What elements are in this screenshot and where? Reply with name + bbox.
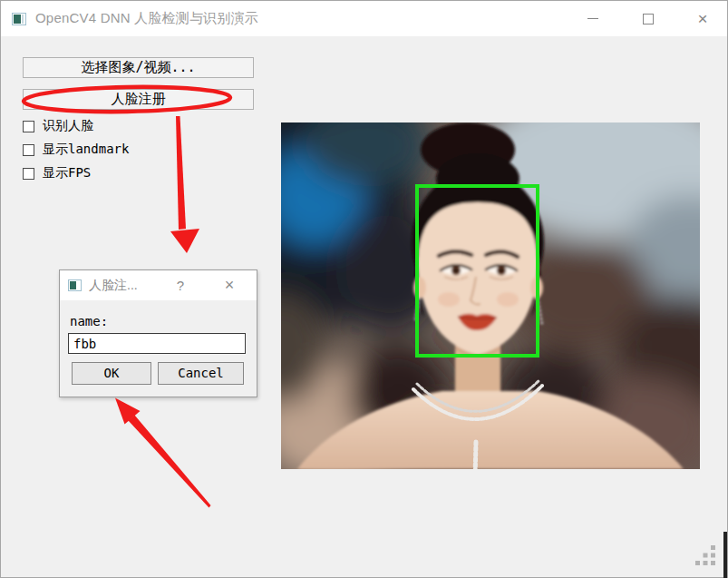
app-window: OpenCV4 DNN 人脸检测与识别演示 × 选择图象/视频... 人脸注册 … xyxy=(0,0,728,578)
background-edge xyxy=(723,532,727,578)
name-input[interactable] xyxy=(68,333,246,354)
portrait-photo xyxy=(281,122,700,469)
window-title: OpenCV4 DNN 人脸检测与识别演示 xyxy=(35,10,258,27)
recognize-face-label: 识别人脸 xyxy=(43,118,93,134)
dialog-titlebar: 人脸注... ? × xyxy=(60,270,257,300)
show-landmark-checkbox[interactable] xyxy=(23,144,34,156)
recognize-face-checkbox[interactable] xyxy=(23,121,34,132)
dialog-title: 人脸注... xyxy=(89,278,138,294)
ok-button[interactable]: OK xyxy=(72,362,151,385)
maximize-icon[interactable] xyxy=(628,1,668,36)
app-icon xyxy=(12,13,26,25)
face-register-dialog: 人脸注... ? × name: OK Cancel xyxy=(59,269,257,397)
dialog-help-icon[interactable]: ? xyxy=(170,270,190,300)
name-label: name: xyxy=(70,314,108,328)
select-media-button[interactable]: 选择图象/视频... xyxy=(23,57,254,78)
arrow-to-ok-button xyxy=(115,398,211,508)
cancel-button[interactable]: Cancel xyxy=(158,362,244,385)
video-preview-panel xyxy=(281,122,700,469)
titlebar: OpenCV4 DNN 人脸检测与识别演示 × xyxy=(1,1,727,36)
checkbox-row-show-landmark[interactable]: 显示landmark xyxy=(23,142,129,157)
show-fps-label: 显示FPS xyxy=(43,165,91,181)
checkbox-row-show-fps[interactable]: 显示FPS xyxy=(23,166,91,181)
close-icon[interactable]: × xyxy=(683,1,723,36)
checkbox-row-recognize-face[interactable]: 识别人脸 xyxy=(23,119,93,133)
arrow-to-dialog xyxy=(170,116,199,253)
resize-grip[interactable] xyxy=(694,544,718,568)
dialog-close-icon[interactable]: × xyxy=(216,270,243,300)
show-landmark-label: 显示landmark xyxy=(43,142,129,158)
minimize-icon[interactable] xyxy=(573,1,613,36)
dialog-app-icon xyxy=(68,279,82,291)
show-fps-checkbox[interactable] xyxy=(23,168,34,180)
face-register-button[interactable]: 人脸注册 xyxy=(23,89,254,110)
